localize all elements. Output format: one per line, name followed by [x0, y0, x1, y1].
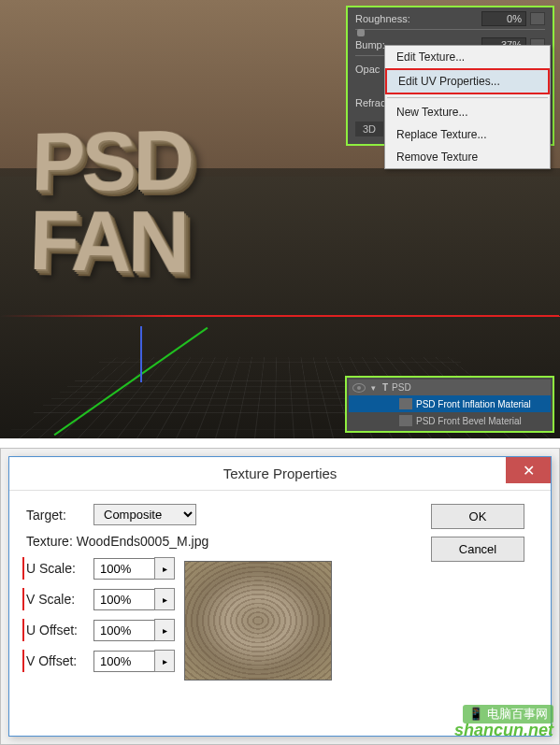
3d-viewport: PSD FAN Roughness: 0% Bump: 37% Opac Ref…: [0, 0, 560, 438]
v-offset-row: V Offset: ▸: [22, 650, 175, 672]
layer-name: PSD Front Inflation Material: [416, 399, 531, 409]
bottom-panel: Texture Properties ✕ Target: Composite T…: [0, 448, 560, 745]
layer-name: PSD Front Bevel Material: [416, 416, 522, 426]
target-row: Target: Composite: [26, 504, 422, 525]
layer-psd-parent[interactable]: ▾ T PSD: [349, 380, 551, 395]
roughness-slider[interactable]: [355, 29, 545, 30]
target-select[interactable]: Composite: [93, 504, 196, 525]
u-offset-input[interactable]: [93, 620, 155, 641]
layer-inflation-material[interactable]: PSD Front Inflation Material: [349, 395, 551, 412]
v-scale-flyout-icon[interactable]: ▸: [154, 588, 175, 610]
u-scale-input[interactable]: [93, 558, 155, 580]
v-scale-row: V Scale: ▸: [22, 588, 175, 610]
v-offset-flyout-icon[interactable]: ▸: [154, 650, 175, 672]
dialog-title: Texture Properties: [223, 466, 337, 481]
3d-tab[interactable]: 3D: [355, 122, 383, 136]
v-offset-input[interactable]: [93, 651, 155, 672]
layers-panel: ▾ T PSD PSD Front Inflation Material PSD…: [345, 376, 554, 433]
layer-name: PSD: [392, 382, 411, 393]
ok-button[interactable]: OK: [431, 504, 524, 529]
x-axis: [0, 315, 560, 316]
expand-icon[interactable]: ▾: [371, 383, 379, 393]
cancel-button[interactable]: Cancel: [431, 537, 524, 562]
roughness-slider-thumb[interactable]: [357, 29, 365, 36]
material-thumb-icon: [399, 415, 412, 426]
t-icon: T: [382, 382, 388, 393]
menu-replace-texture[interactable]: Replace Texture...: [385, 123, 550, 146]
roughness-row: Roughness: 0%: [355, 11, 545, 26]
visibility-icon[interactable]: [352, 383, 366, 393]
roughness-texture-icon[interactable]: [530, 12, 545, 25]
roughness-label: Roughness:: [355, 13, 421, 24]
3d-text-line1: PSD: [31, 122, 191, 202]
dialog-titlebar[interactable]: Texture Properties ✕: [9, 457, 551, 491]
v-offset-label: V Offset:: [26, 653, 93, 668]
v-scale-label: V Scale:: [26, 592, 93, 607]
target-label: Target:: [26, 508, 93, 523]
close-icon: ✕: [523, 462, 535, 480]
texture-label: Texture:: [26, 534, 73, 549]
3d-text-line2: FAN: [29, 202, 192, 285]
texture-preview: [184, 561, 332, 681]
menu-edit-uv-properties[interactable]: Edit UV Properties...: [385, 68, 550, 94]
u-scale-flyout-icon[interactable]: ▸: [154, 557, 175, 580]
dialog-body: Target: Composite Texture: WoodEnds0005_…: [9, 491, 551, 694]
fields-column: Target: Composite Texture: WoodEnds0005_…: [26, 504, 422, 681]
3d-text-object[interactable]: PSD FAN: [29, 122, 192, 285]
menu-remove-texture[interactable]: Remove Texture: [385, 146, 550, 168]
texture-context-menu: Edit Texture... Edit UV Properties... Ne…: [384, 45, 551, 169]
layer-bevel-material[interactable]: PSD Front Bevel Material: [349, 412, 551, 429]
u-offset-label: U Offset:: [26, 623, 93, 638]
texture-filename: WoodEnds0005_M.jpg: [77, 534, 208, 549]
z-axis: [140, 326, 142, 382]
texture-properties-dialog: Texture Properties ✕ Target: Composite T…: [8, 456, 552, 737]
v-scale-input[interactable]: [93, 589, 155, 610]
u-offset-flyout-icon[interactable]: ▸: [154, 619, 175, 641]
menu-new-texture[interactable]: New Texture...: [385, 101, 550, 123]
buttons-column: OK Cancel: [422, 504, 534, 681]
material-thumb-icon: [399, 398, 412, 409]
roughness-value[interactable]: 0%: [481, 11, 526, 26]
watermark-site: shancun.net: [454, 721, 553, 740]
u-offset-row: U Offset: ▸: [22, 619, 175, 641]
u-scale-label: U Scale:: [26, 561, 93, 576]
menu-edit-texture[interactable]: Edit Texture...: [385, 46, 550, 68]
menu-separator: [387, 97, 548, 98]
texture-row: Texture: WoodEnds0005_M.jpg: [26, 534, 422, 549]
close-button[interactable]: ✕: [506, 457, 551, 483]
u-scale-row: U Scale: ▸: [22, 557, 175, 580]
